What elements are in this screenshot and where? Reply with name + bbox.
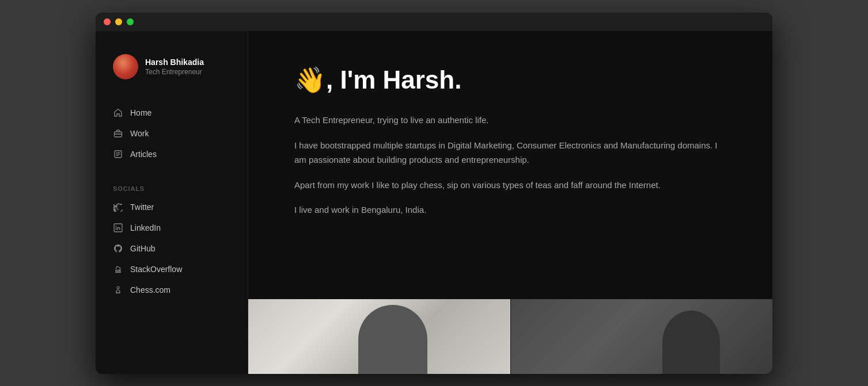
github-icon <box>113 243 123 254</box>
nav-chess-label: Chess.com <box>130 285 170 295</box>
svg-rect-10 <box>115 270 121 270</box>
titlebar <box>96 13 772 31</box>
nav-articles-label: Articles <box>130 150 157 159</box>
app-window: Harsh Bhikadia Tech Entrepreneur Home <box>96 13 772 374</box>
twitter-icon: 𝕏 <box>113 202 123 212</box>
paragraph-3: Apart from my work I like to play chess,… <box>294 178 726 193</box>
content-area: Harsh Bhikadia Tech Entrepreneur Home <box>96 31 772 374</box>
stackoverflow-icon <box>113 264 123 274</box>
close-dot[interactable] <box>104 18 111 25</box>
nav-twitter-label: Twitter <box>130 202 154 212</box>
nav-linkedin[interactable]: LinkedIn <box>96 217 248 238</box>
sidebar: Harsh Bhikadia Tech Entrepreneur Home <box>96 31 248 374</box>
nav-chess[interactable]: Chess.com <box>96 280 248 300</box>
nav-github[interactable]: GitHub <box>96 238 248 259</box>
nav-stackoverflow-label: StackOverflow <box>130 265 182 274</box>
nav-stackoverflow[interactable]: StackOverflow <box>96 259 248 280</box>
profile-section: Harsh Bhikadia Tech Entrepreneur <box>96 54 248 102</box>
paragraph-2: I have bootstrapped multiple startups in… <box>294 138 726 167</box>
image-1 <box>248 299 511 374</box>
hero-body: A Tech Entrepreneur, trying to live an a… <box>294 113 726 217</box>
nav-work[interactable]: Work <box>96 123 248 144</box>
images-row <box>248 299 772 374</box>
svg-rect-12 <box>115 272 121 273</box>
maximize-dot[interactable] <box>127 18 134 25</box>
main-content: 👋, I'm Harsh. A Tech Entrepreneur, tryin… <box>248 31 772 374</box>
paragraph-4: I live and work in Bengaluru, India. <box>294 202 726 217</box>
nav-twitter[interactable]: 𝕏 Twitter <box>96 197 248 217</box>
hero-title: 👋, I'm Harsh. <box>294 66 726 95</box>
briefcase-icon <box>113 128 123 139</box>
profile-info: Harsh Bhikadia Tech Entrepreneur <box>145 58 204 76</box>
nav-home-label: Home <box>130 108 151 117</box>
nav-articles[interactable]: Articles <box>96 144 248 165</box>
hero-section: 👋, I'm Harsh. A Tech Entrepreneur, tryin… <box>248 31 772 246</box>
profile-title: Tech Entrepreneur <box>145 68 204 76</box>
nav-section: Home Work <box>96 102 248 176</box>
minimize-dot[interactable] <box>115 18 122 25</box>
chess-icon <box>113 285 123 295</box>
profile-name: Harsh Bhikadia <box>145 58 204 67</box>
svg-rect-11 <box>115 271 121 272</box>
nav-github-label: GitHub <box>130 244 156 253</box>
nav-linkedin-label: LinkedIn <box>130 223 161 232</box>
socials-label: SOCIALS <box>96 176 248 197</box>
home-icon <box>113 108 123 118</box>
svg-point-8 <box>116 226 117 227</box>
paragraph-1: A Tech Entrepreneur, trying to live an a… <box>294 113 726 128</box>
avatar <box>113 54 138 79</box>
nav-home[interactable]: Home <box>96 102 248 123</box>
svg-text:𝕏: 𝕏 <box>114 204 119 211</box>
image-2 <box>511 299 773 374</box>
articles-icon <box>113 149 123 159</box>
nav-work-label: Work <box>130 129 149 138</box>
linkedin-icon <box>113 223 123 233</box>
svg-point-13 <box>117 286 119 289</box>
